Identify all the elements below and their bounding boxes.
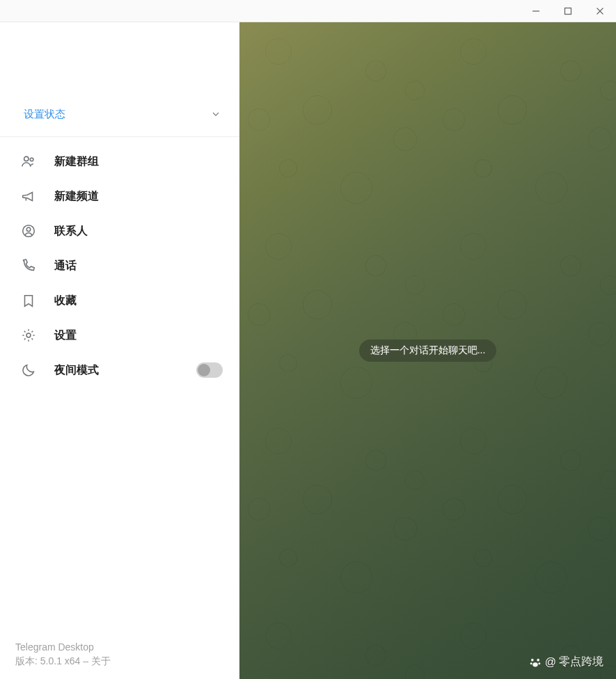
svg-point-10 <box>537 658 539 661</box>
svg-point-13 <box>532 662 538 666</box>
chevron-down-icon <box>210 109 221 120</box>
sidebar: 设置状态 新建群组 新建频道 <box>0 22 239 679</box>
contact-icon <box>21 223 36 239</box>
empty-state-hint: 选择一个对话开始聊天吧... <box>359 340 497 362</box>
account-expand-button[interactable] <box>207 106 224 122</box>
svg-point-8 <box>26 333 31 337</box>
version-text: 5.0.1 x64 <box>40 655 81 666</box>
chat-area: 选择一个对话开始聊天吧... @零点跨境 <box>239 22 616 679</box>
menu-new-group[interactable]: 新建群组 <box>0 144 239 179</box>
close-button[interactable] <box>584 0 616 22</box>
app-body: 设置状态 新建群组 新建频道 <box>0 22 616 679</box>
sidebar-menu: 新建群组 新建频道 联系人 <box>0 137 239 388</box>
sidebar-header: 设置状态 <box>0 22 239 137</box>
watermark: @零点跨境 <box>528 655 603 669</box>
night-mode-toggle[interactable] <box>196 362 223 378</box>
menu-contacts[interactable]: 联系人 <box>0 214 239 248</box>
version-line: 版本: 5.0.1 x64 – 关于 <box>15 655 111 668</box>
set-status-link[interactable]: 设置状态 <box>24 108 65 121</box>
sidebar-footer: Telegram Desktop 版本: 5.0.1 x64 – 关于 <box>15 641 111 668</box>
menu-label: 收藏 <box>54 294 77 308</box>
watermark-name: 零点跨境 <box>559 655 603 669</box>
app-name: Telegram Desktop <box>15 641 111 653</box>
svg-point-12 <box>538 662 540 664</box>
menu-new-channel[interactable]: 新建频道 <box>0 179 239 214</box>
menu-label: 新建频道 <box>54 189 99 204</box>
app-window: 设置状态 新建群组 新建频道 <box>0 0 616 679</box>
minimize-button[interactable] <box>520 0 552 22</box>
version-separator: – <box>80 655 91 666</box>
watermark-at: @ <box>545 656 556 669</box>
menu-settings[interactable]: 设置 <box>0 318 239 353</box>
megaphone-icon <box>21 189 36 204</box>
version-prefix: 版本: <box>15 655 40 666</box>
menu-label: 新建群组 <box>54 154 99 169</box>
menu-label: 夜间模式 <box>54 363 99 378</box>
moon-icon <box>21 362 36 378</box>
menu-label: 联系人 <box>54 224 88 239</box>
menu-label: 设置 <box>54 328 77 343</box>
group-icon <box>21 154 36 169</box>
menu-label: 通话 <box>54 259 77 273</box>
svg-point-4 <box>24 157 29 161</box>
phone-icon <box>21 258 36 273</box>
svg-point-11 <box>530 662 532 664</box>
menu-calls[interactable]: 通话 <box>0 248 239 283</box>
titlebar <box>0 0 616 22</box>
menu-saved[interactable]: 收藏 <box>0 283 239 318</box>
toggle-knob <box>198 364 210 376</box>
menu-night-mode[interactable]: 夜间模式 <box>0 353 239 388</box>
gear-icon <box>21 328 36 343</box>
svg-rect-1 <box>565 8 571 14</box>
svg-point-5 <box>30 158 33 161</box>
maximize-button[interactable] <box>552 0 584 22</box>
svg-point-9 <box>531 658 534 661</box>
about-link[interactable]: 关于 <box>91 655 111 666</box>
bookmark-icon <box>21 293 36 308</box>
svg-point-7 <box>26 227 31 232</box>
paw-icon <box>528 655 542 669</box>
